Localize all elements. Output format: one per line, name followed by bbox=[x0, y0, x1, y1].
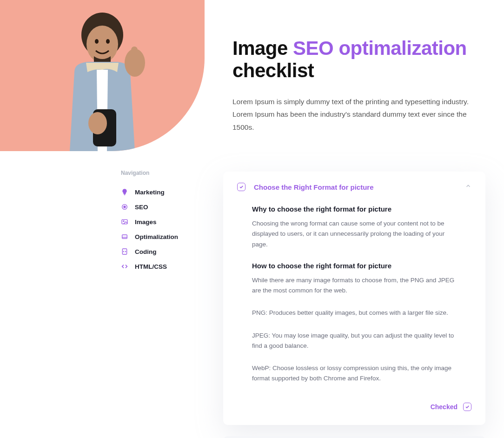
section-text: While there are many image formats to ch… bbox=[252, 275, 457, 296]
hero-image bbox=[0, 0, 205, 151]
svg-point-2 bbox=[95, 39, 99, 44]
nav-item-images[interactable]: Images bbox=[121, 214, 205, 229]
svg-point-9 bbox=[124, 206, 126, 208]
checked-label: Checked bbox=[431, 403, 458, 411]
sidebar: Navigation Marketing SEO Images bbox=[0, 170, 205, 438]
checklist-item-expanded: Choose the Right Format for picture Why … bbox=[223, 172, 485, 425]
checklist-item-title: Choose the Right Format for picture bbox=[254, 183, 457, 191]
sidebar-heading: Navigation bbox=[121, 170, 205, 176]
nav-label: Optimalization bbox=[135, 233, 178, 240]
checklist-item-body: Why to choose the right format for pictu… bbox=[223, 202, 485, 398]
svg-point-7 bbox=[88, 112, 107, 134]
code-file-icon bbox=[121, 248, 128, 255]
nav-label: HTML/CSS bbox=[135, 263, 167, 270]
checkbox-checked-icon[interactable] bbox=[463, 403, 471, 411]
bulb-icon bbox=[121, 188, 128, 196]
target-icon bbox=[121, 203, 128, 211]
nav-label: Coding bbox=[135, 248, 157, 255]
photo-icon bbox=[121, 218, 128, 226]
page-title: Image SEO optimalization checklist bbox=[232, 37, 476, 82]
layers-icon bbox=[121, 233, 128, 240]
svg-point-3 bbox=[106, 39, 110, 44]
nav-item-html-css[interactable]: HTML/CSS bbox=[121, 259, 205, 274]
checklist-item-collapsed: Compress Your Images bbox=[223, 436, 485, 438]
nav-label: Marketing bbox=[135, 189, 165, 196]
section-text: PNG: Produces better quality images, but… bbox=[252, 308, 457, 318]
svg-rect-10 bbox=[122, 219, 127, 224]
nav-label: Images bbox=[135, 219, 157, 226]
nav-label: SEO bbox=[135, 204, 148, 211]
section-text: JPEG: You may lose image quality, but yo… bbox=[252, 331, 457, 352]
checklist-item-header[interactable]: Choose the Right Format for picture bbox=[223, 172, 485, 202]
svg-point-11 bbox=[123, 221, 124, 222]
nav-item-marketing[interactable]: Marketing bbox=[121, 185, 205, 199]
page-description: Lorem Ipsum is simply dummy text of the … bbox=[232, 95, 476, 134]
nav-item-seo[interactable]: SEO bbox=[121, 199, 205, 214]
chevron-up-icon bbox=[465, 183, 471, 191]
svg-rect-12 bbox=[122, 235, 127, 239]
person-thumbs-up-illustration bbox=[42, 2, 163, 151]
section-text: WebP: Choose lossless or lossy compressi… bbox=[252, 363, 457, 384]
checklist-item-header[interactable]: Compress Your Images bbox=[223, 436, 485, 438]
section-title: How to choose the right format for pictu… bbox=[252, 262, 457, 270]
svg-rect-5 bbox=[131, 46, 138, 65]
nav-item-coding[interactable]: Coding bbox=[121, 244, 205, 259]
svg-point-1 bbox=[86, 26, 118, 63]
nav-list: Marketing SEO Images Optimalization bbox=[121, 185, 205, 274]
nav-item-optimalization[interactable]: Optimalization bbox=[121, 229, 205, 244]
checkbox-checked-icon[interactable] bbox=[237, 183, 245, 191]
code-icon bbox=[121, 263, 128, 270]
section-title: Why to choose the right format for pictu… bbox=[252, 205, 457, 213]
checklist-item-footer: Checked bbox=[223, 398, 485, 425]
section-text: Choosing the wrong format can cause some… bbox=[252, 219, 457, 250]
